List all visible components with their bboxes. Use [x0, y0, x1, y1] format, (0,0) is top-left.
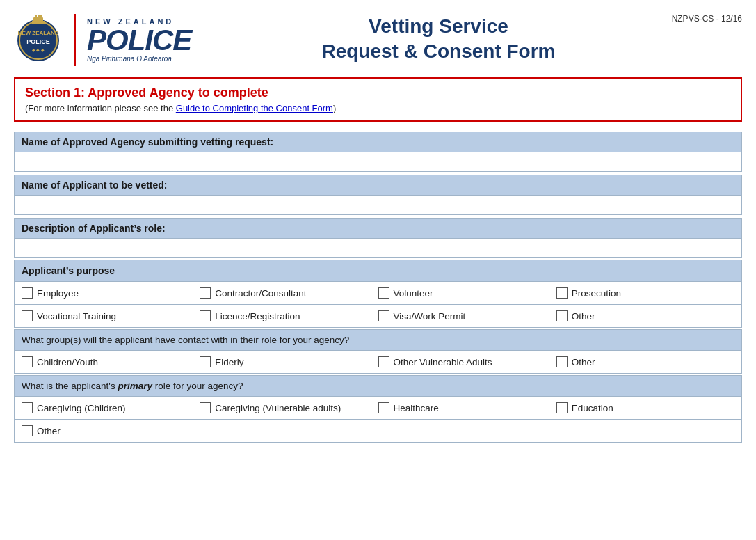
purpose-visa-label: Visa/Work Permit	[394, 311, 466, 321]
contact-vulnerable-checkbox[interactable]	[378, 356, 389, 367]
section1-title: Section 1: Approved Agency to complete	[25, 86, 731, 100]
logo-text-block: New Zealand POLICE Nga Pirihimana O Aote…	[87, 17, 191, 63]
purpose-visa-checkbox[interactable]	[378, 310, 389, 321]
role-healthcare-checkbox[interactable]	[378, 402, 389, 413]
logo-area: NEW ZEALAND POLICE ◆ ◆ ◆ New Zealand POL…	[14, 14, 191, 66]
purpose-employee-checkbox[interactable]	[22, 287, 33, 299]
logo-divider	[74, 14, 76, 66]
applicant-name-input[interactable]	[15, 195, 741, 214]
purpose-employee-label: Employee	[37, 288, 79, 299]
consent-form-guide-link[interactable]: Guide to Completing the Consent Form	[176, 103, 333, 113]
contact-other-checkbox[interactable]	[556, 356, 568, 367]
contact-row: Children/Youth Elderly Other Vulnerable …	[14, 351, 742, 374]
purpose-employee-item: Employee	[22, 287, 200, 299]
purpose-row1: Employee Contractor/Consultant Volunteer…	[14, 282, 742, 305]
contact-children-checkbox[interactable]	[22, 356, 33, 367]
purpose-other-item: Other	[556, 310, 734, 321]
purpose-header: Applicant’s purpose	[14, 260, 742, 282]
purpose-volunteer-label: Volunteer	[394, 288, 433, 299]
purpose-contractor-label: Contractor/Consultant	[215, 288, 306, 299]
purpose-vocational-label: Vocational Training	[37, 311, 116, 321]
primary-role-other-row: Other	[14, 420, 742, 443]
contact-children-label: Children/Youth	[37, 357, 98, 367]
contact-question: What group(s) will the applicant have co…	[14, 329, 742, 351]
role-caregiving-vulnerable-checkbox[interactable]	[200, 402, 211, 413]
purpose-licence-item: Licence/Registration	[200, 310, 378, 321]
purpose-contractor-checkbox[interactable]	[200, 287, 211, 299]
purpose-licence-checkbox[interactable]	[200, 310, 211, 321]
purpose-row2: Vocational Training Licence/Registration…	[14, 305, 742, 328]
form-reference: NZPVS-CS - 12/16	[672, 14, 742, 24]
role-description-label: Description of Applicant’s role:	[15, 219, 741, 238]
logo-police-text: POLICE	[87, 26, 191, 55]
applicant-name-label: Name of Applicant to be vetted:	[15, 175, 741, 195]
contact-vulnerable-item: Other Vulnerable Adults	[378, 356, 556, 367]
role-other-label: Other	[37, 426, 61, 436]
svg-rect-8	[38, 15, 40, 19]
page-header: NEW ZEALAND POLICE ◆ ◆ ◆ New Zealand POL…	[14, 14, 742, 66]
role-healthcare-item: Healthcare	[378, 402, 556, 413]
primary-role-question: What is the applicant's primary role for…	[14, 375, 742, 397]
contact-other-label: Other	[572, 357, 595, 367]
purpose-prosecution-label: Prosecution	[572, 288, 621, 299]
purpose-prosecution-item: Prosecution	[556, 287, 734, 299]
section1-subtitle: (For more information please see the Gui…	[25, 103, 731, 113]
form-title: Vetting Service Request & Consent Form	[191, 14, 671, 65]
contact-children-item: Children/Youth	[22, 356, 200, 367]
contact-vulnerable-label: Other Vulnerable Adults	[394, 357, 492, 367]
role-caregiving-children-item: Caregiving (Children)	[22, 402, 200, 413]
purpose-contractor-item: Contractor/Consultant	[200, 287, 378, 299]
role-description-field: Description of Applicant’s role:	[14, 218, 742, 258]
primary-role-row1: Caregiving (Children) Caregiving (Vulner…	[14, 397, 742, 420]
role-education-item: Education	[556, 402, 734, 413]
role-education-label: Education	[572, 403, 613, 413]
contact-elderly-label: Elderly	[215, 357, 243, 367]
agency-name-label: Name of Approved Agency submitting vetti…	[15, 132, 741, 152]
role-education-checkbox[interactable]	[556, 402, 568, 413]
purpose-visa-item: Visa/Work Permit	[378, 310, 556, 321]
svg-text:NEW ZEALAND: NEW ZEALAND	[17, 30, 58, 36]
role-other-checkbox[interactable]	[22, 425, 33, 436]
contact-elderly-item: Elderly	[200, 356, 378, 367]
svg-rect-7	[35, 15, 37, 19]
purpose-licence-label: Licence/Registration	[215, 311, 300, 321]
title-line1: Vetting Service Request & Consent Form	[205, 14, 671, 65]
svg-rect-9	[40, 15, 42, 19]
purpose-other-checkbox[interactable]	[556, 310, 568, 321]
role-description-input[interactable]	[15, 238, 741, 257]
section1-box: Section 1: Approved Agency to complete (…	[14, 77, 742, 122]
role-caregiving-children-label: Caregiving (Children)	[37, 403, 126, 413]
purpose-vocational-item: Vocational Training	[22, 310, 200, 321]
logo-maori-text: Nga Pirihimana O Aotearoa	[87, 55, 191, 63]
police-crest-icon: NEW ZEALAND POLICE ◆ ◆ ◆	[14, 14, 63, 66]
role-caregiving-children-checkbox[interactable]	[22, 402, 33, 413]
svg-text:◆ ◆ ◆: ◆ ◆ ◆	[32, 48, 45, 52]
purpose-volunteer-item: Volunteer	[378, 287, 556, 299]
purpose-volunteer-checkbox[interactable]	[378, 287, 389, 299]
applicant-name-field: Name of Applicant to be vetted:	[14, 175, 742, 215]
contact-other-item: Other	[556, 356, 734, 367]
purpose-prosecution-checkbox[interactable]	[556, 287, 568, 299]
svg-text:POLICE: POLICE	[26, 38, 50, 45]
agency-name-field: Name of Approved Agency submitting vetti…	[14, 132, 742, 172]
purpose-other-label: Other	[572, 311, 595, 321]
contact-elderly-checkbox[interactable]	[200, 356, 211, 367]
role-caregiving-vulnerable-label: Caregiving (Vulnerable adults)	[215, 403, 341, 413]
section1-subtitle-prefix: (For more information please see the	[25, 103, 176, 113]
section1-subtitle-suffix: )	[333, 103, 336, 113]
svg-rect-6	[32, 21, 45, 24]
role-healthcare-label: Healthcare	[394, 403, 439, 413]
purpose-vocational-checkbox[interactable]	[22, 310, 33, 321]
agency-name-input[interactable]	[15, 152, 741, 171]
role-caregiving-vulnerable-item: Caregiving (Vulnerable adults)	[200, 402, 378, 413]
